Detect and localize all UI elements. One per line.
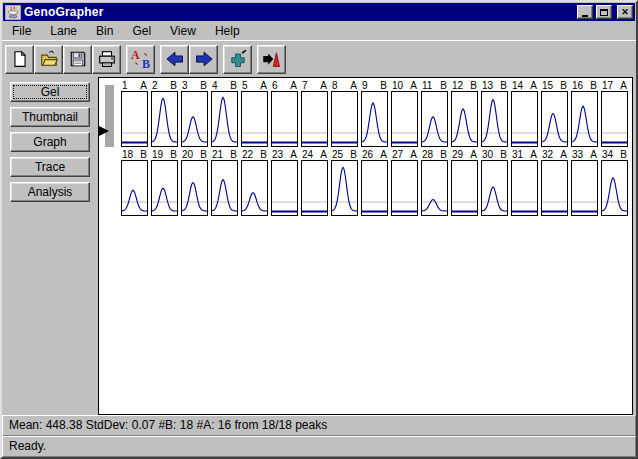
lane-thumbnail-13[interactable] (481, 91, 508, 147)
threshold-slider-track[interactable] (105, 85, 114, 147)
lane-9[interactable]: 9B (361, 80, 388, 147)
lane-22[interactable]: 22B (241, 149, 268, 216)
lane-thumbnail-17[interactable] (601, 91, 628, 147)
lane-2[interactable]: 2B (151, 80, 178, 147)
lane-10[interactable]: 10A (391, 80, 418, 147)
minimize-button[interactable] (577, 5, 593, 19)
lane-thumbnail-4[interactable] (211, 91, 238, 147)
sidebar-button-thumbnail[interactable]: Thumbnail (10, 107, 90, 127)
lane-4[interactable]: 4B (211, 80, 238, 147)
lane-thumbnail-28[interactable] (421, 160, 448, 216)
sidebar-button-analysis[interactable]: Analysis (10, 182, 90, 202)
lane-thumbnail-32[interactable] (541, 160, 568, 216)
lane-18[interactable]: 18B (121, 149, 148, 216)
lane-thumbnail-2[interactable] (151, 91, 178, 147)
lane-23[interactable]: 23A (271, 149, 298, 216)
lane-25[interactable]: 25B (331, 149, 358, 216)
lane-8[interactable]: 8A (331, 80, 358, 147)
arrow-left-icon (165, 49, 185, 69)
lane-27[interactable]: 27A (391, 149, 418, 216)
lane-34[interactable]: 34B (601, 149, 628, 216)
trace-plot (572, 161, 597, 215)
print-button[interactable] (92, 45, 121, 74)
lane-label-16: 16B (571, 80, 598, 91)
lane-17[interactable]: 17A (601, 80, 628, 147)
lane-thumbnail-10[interactable] (391, 91, 418, 147)
lane-thumbnail-15[interactable] (541, 91, 568, 147)
lane-29[interactable]: 29A (451, 149, 478, 216)
lane-thumbnail-6[interactable] (271, 91, 298, 147)
lane-13[interactable]: 13B (481, 80, 508, 147)
lane-31[interactable]: 31A (511, 149, 538, 216)
lane-3[interactable]: 3B (181, 80, 208, 147)
lane-1[interactable]: 1A (121, 80, 148, 147)
lane-16[interactable]: 16B (571, 80, 598, 147)
lane-14[interactable]: 14A (511, 80, 538, 147)
lane-26[interactable]: 26A (361, 149, 388, 216)
lane-20[interactable]: 20B (181, 149, 208, 216)
lane-thumbnail-24[interactable] (301, 160, 328, 216)
menu-bin[interactable]: Bin (94, 23, 115, 39)
lane-5[interactable]: 5A (241, 80, 268, 147)
lane-number: 20 (182, 149, 193, 160)
lane-thumbnail-29[interactable] (451, 160, 478, 216)
lane-thumbnail-5[interactable] (241, 91, 268, 147)
menu-file[interactable]: File (10, 23, 33, 39)
sidebar-button-trace[interactable]: Trace (10, 157, 90, 177)
new-document-button[interactable] (5, 45, 34, 74)
lane-thumbnail-31[interactable] (511, 160, 538, 216)
lane-thumbnail-20[interactable] (181, 160, 208, 216)
next-button[interactable] (189, 45, 218, 74)
lane-thumbnail-18[interactable] (121, 160, 148, 216)
lane-thumbnail-22[interactable] (241, 160, 268, 216)
lane-thumbnail-12[interactable] (451, 91, 478, 147)
lane-thumbnail-11[interactable] (421, 91, 448, 147)
lane-thumbnail-25[interactable] (331, 160, 358, 216)
lane-thumbnail-33[interactable] (571, 160, 598, 216)
ab-labels-button[interactable]: A B (126, 45, 155, 74)
lane-thumbnail-30[interactable] (481, 160, 508, 216)
lane-thumbnail-8[interactable] (331, 91, 358, 147)
lane-30[interactable]: 30B (481, 149, 508, 216)
menu-view[interactable]: View (168, 23, 198, 39)
lane-thumbnail-14[interactable] (511, 91, 538, 147)
lane-thumbnail-19[interactable] (151, 160, 178, 216)
move-to-peak-button[interactable] (257, 45, 286, 74)
maximize-button[interactable] (596, 5, 612, 19)
sidebar-button-graph[interactable]: Graph (10, 132, 90, 152)
lane-thumbnail-1[interactable] (121, 91, 148, 147)
sidebar-button-gel[interactable]: Gel (10, 82, 90, 102)
lane-12[interactable]: 12B (451, 80, 478, 147)
lane-thumbnail-34[interactable] (601, 160, 628, 216)
lane-thumbnail-23[interactable] (271, 160, 298, 216)
lane-thumbnail-26[interactable] (361, 160, 388, 216)
lane-thumbnail-3[interactable] (181, 91, 208, 147)
menu-gel[interactable]: Gel (130, 23, 153, 39)
lane-number: 3 (182, 80, 188, 91)
lane-thumbnail-16[interactable] (571, 91, 598, 147)
menu-bar: FileLaneBinGelViewHelp (2, 21, 636, 40)
lane-thumbnail-9[interactable] (361, 91, 388, 147)
lane-24[interactable]: 24A (301, 149, 328, 216)
lane-thumbnail-7[interactable] (301, 91, 328, 147)
previous-button[interactable] (160, 45, 189, 74)
lane-28[interactable]: 28B (421, 149, 448, 216)
lane-11[interactable]: 11B (421, 80, 448, 147)
menu-lane[interactable]: Lane (48, 23, 79, 39)
menu-help[interactable]: Help (213, 23, 242, 39)
lane-33[interactable]: 33A (571, 149, 598, 216)
add-bin-button[interactable] (223, 45, 252, 74)
lane-19[interactable]: 19B (151, 149, 178, 216)
lane-thumbnail-27[interactable] (391, 160, 418, 216)
lane-21[interactable]: 21B (211, 149, 238, 216)
lane-7[interactable]: 7A (301, 80, 328, 147)
open-file-button[interactable] (34, 45, 63, 74)
save-file-button[interactable] (63, 45, 92, 74)
threshold-slider-handle[interactable] (99, 126, 109, 136)
lane-15[interactable]: 15B (541, 80, 568, 147)
lane-thumbnail-21[interactable] (211, 160, 238, 216)
close-button[interactable]: ✕ (617, 5, 633, 19)
lane-6[interactable]: 6A (271, 80, 298, 147)
lane-number: 34 (602, 149, 613, 160)
lane-32[interactable]: 32A (541, 149, 568, 216)
